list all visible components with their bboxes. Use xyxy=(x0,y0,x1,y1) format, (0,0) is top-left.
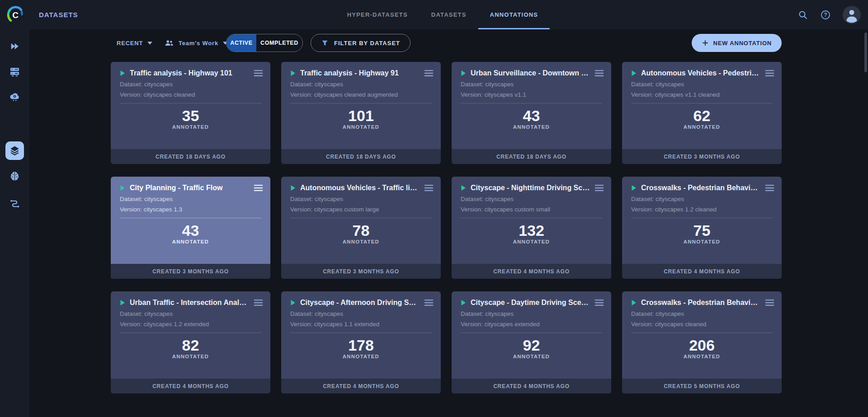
sort-dropdown[interactable]: RECENT xyxy=(117,34,152,52)
header-actions: ? xyxy=(797,0,861,29)
annotation-card[interactable]: Cityscape - Afternoon Driving Scenes Dat… xyxy=(281,291,441,394)
annotated-count-label: ANNOTATED xyxy=(111,124,270,130)
scrollbar-thumb[interactable] xyxy=(864,33,867,72)
card-dataset-line: Dataset: cityscapes xyxy=(622,194,782,204)
card-created-footer: CREATED 4 MONTHS AGO xyxy=(111,379,270,394)
card-divider xyxy=(631,333,773,333)
card-menu-icon[interactable] xyxy=(254,184,263,192)
card-menu-icon[interactable] xyxy=(594,299,604,306)
card-dataset-line: Dataset: cityscapes xyxy=(622,79,782,89)
card-dataset-line: Dataset: cityscapes xyxy=(111,194,270,204)
annotation-card[interactable]: Crosswalks - Pedestrian Behavior P… Data… xyxy=(622,291,782,394)
card-divider xyxy=(120,103,261,103)
top-bar: C DATASETS HYPER-DATASETS DATASETS ANNOT… xyxy=(0,0,868,29)
tab-annotations[interactable]: ANNOTATIONS xyxy=(478,0,550,29)
card-menu-icon[interactable] xyxy=(594,184,604,192)
toggle-option-completed[interactable]: COMPLETED xyxy=(256,34,302,52)
scope-dropdown[interactable]: Team's Work xyxy=(164,34,228,52)
annotated-count: 35 xyxy=(111,107,270,124)
card-dataset-line: Dataset: cityscapes xyxy=(452,79,611,89)
annotation-card[interactable]: Urban Traffic - Intersection Analysis Da… xyxy=(111,291,270,394)
annotated-count-label: ANNOTATED xyxy=(452,354,611,359)
toggle-option-active[interactable]: ACTIVE xyxy=(226,34,256,52)
sidebar-item-annotations[interactable] xyxy=(0,141,29,160)
card-dataset-line: Dataset: cityscapes xyxy=(452,194,611,204)
card-header: Traffic analysis - Highway 91 xyxy=(281,62,441,79)
card-title: Cityscape - Daytime Driving Scenes xyxy=(471,299,590,307)
card-title: Cityscape - Afternoon Driving Scenes xyxy=(300,299,420,307)
annotated-count: 62 xyxy=(622,107,782,124)
card-version-line: Version: cityscapes custom small xyxy=(452,204,611,215)
main-content: RECENT Team's Work ACTIVE COMPLETED xyxy=(29,29,868,417)
play-icon[interactable] xyxy=(120,70,125,76)
annotation-card[interactable]: Autonomous Vehicles - Traffic light … Da… xyxy=(281,177,441,279)
card-created-footer: CREATED 18 DAYS AGO xyxy=(281,149,441,164)
play-icon[interactable] xyxy=(461,185,466,191)
play-icon[interactable] xyxy=(120,300,125,306)
card-menu-icon[interactable] xyxy=(765,70,774,77)
card-menu-icon[interactable] xyxy=(424,70,434,77)
annotated-count: 43 xyxy=(452,107,611,124)
card-menu-icon[interactable] xyxy=(594,70,604,77)
card-menu-icon[interactable] xyxy=(765,299,774,306)
play-icon[interactable] xyxy=(290,300,296,306)
play-icon[interactable] xyxy=(631,70,637,76)
tab-hyper-datasets[interactable]: HYPER-DATASETS xyxy=(335,0,420,29)
chevron-down-icon xyxy=(147,42,152,45)
annotated-count-label: ANNOTATED xyxy=(452,124,611,130)
sidebar-item-data-processing[interactable] xyxy=(0,87,29,107)
sidebar-item-datasets[interactable] xyxy=(0,61,29,81)
play-icon[interactable] xyxy=(631,185,637,191)
sidebar-item-getting-started[interactable] xyxy=(0,36,29,56)
play-icon[interactable] xyxy=(120,185,125,191)
annotation-card[interactable]: Traffic analysis - Highway 101 Dataset: … xyxy=(111,62,270,164)
annotated-count-label: ANNOTATED xyxy=(281,354,441,359)
play-icon[interactable] xyxy=(461,70,466,76)
card-dataset-line: Dataset: cityscapes xyxy=(452,309,611,319)
search-icon[interactable] xyxy=(797,9,808,20)
card-menu-icon[interactable] xyxy=(424,184,434,192)
play-icon[interactable] xyxy=(461,300,466,306)
new-annotation-button[interactable]: NEW ANNOTATION xyxy=(692,34,782,52)
annotated-count: 82 xyxy=(111,337,270,354)
card-version-line: Version: cityscapes cleaned augmented xyxy=(281,89,441,100)
annotation-card[interactable]: Cityscape - Nighttime Driving Scenes Dat… xyxy=(452,177,611,279)
card-title: Cityscape - Nighttime Driving Scenes xyxy=(471,184,590,192)
sidebar-item-models[interactable] xyxy=(0,166,29,186)
clearml-logo-icon[interactable]: C xyxy=(5,5,25,24)
card-menu-icon[interactable] xyxy=(424,299,434,306)
user-avatar[interactable] xyxy=(843,6,861,24)
annotated-count-label: ANNOTATED xyxy=(452,239,611,244)
help-icon[interactable]: ? xyxy=(820,9,831,20)
annotation-card[interactable]: Urban Surveillance - Downtown Stre… Data… xyxy=(452,62,611,164)
layers-icon xyxy=(9,145,20,156)
annotated-count-label: ANNOTATED xyxy=(622,239,782,244)
card-header: Cityscape - Afternoon Driving Scenes xyxy=(281,291,441,309)
card-created-footer: CREATED 3 MONTHS AGO xyxy=(281,264,441,279)
card-divider xyxy=(290,333,432,333)
play-icon[interactable] xyxy=(631,300,637,306)
annotation-card[interactable]: City Planning - Traffic Flow Dataset: ci… xyxy=(111,177,270,279)
cloud-gear-icon xyxy=(9,91,20,103)
new-annotation-label: NEW ANNOTATION xyxy=(713,40,772,47)
tab-datasets[interactable]: DATASETS xyxy=(420,0,478,29)
card-header: Cityscape - Nighttime Driving Scenes xyxy=(452,177,611,194)
play-icon[interactable] xyxy=(290,70,296,76)
card-version-line: Version: cityscapes v1.1 cleaned xyxy=(622,89,782,100)
annotation-card[interactable]: Traffic analysis - Highway 91 Dataset: c… xyxy=(281,62,441,164)
annotation-card[interactable]: Autonomous Vehicles - Pedestrian … Datas… xyxy=(622,62,782,164)
card-menu-icon[interactable] xyxy=(765,184,774,192)
page-title: DATASETS xyxy=(39,0,78,29)
card-menu-icon[interactable] xyxy=(254,299,263,306)
sidebar-item-pipelines[interactable] xyxy=(0,194,29,214)
card-title: Crosswalks - Pedestrian Behavior P… xyxy=(641,184,760,192)
card-menu-icon[interactable] xyxy=(254,70,263,77)
annotation-card[interactable]: Cityscape - Daytime Driving Scenes Datas… xyxy=(452,291,611,394)
annotation-card[interactable]: Crosswalks - Pedestrian Behavior P… Data… xyxy=(622,177,782,279)
play-icon[interactable] xyxy=(290,185,296,191)
card-header: Crosswalks - Pedestrian Behavior P… xyxy=(622,177,782,194)
annotated-count: 101 xyxy=(281,107,441,124)
card-created-footer: CREATED 3 MONTHS AGO xyxy=(111,264,270,279)
annotated-count-label: ANNOTATED xyxy=(622,354,782,359)
filter-by-dataset-button[interactable]: FILTER BY DATASET xyxy=(311,34,410,52)
